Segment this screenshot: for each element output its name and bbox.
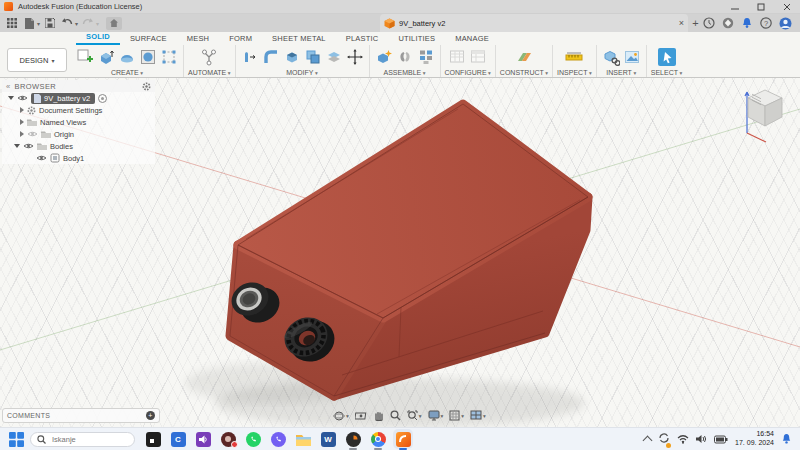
combine-button[interactable]: [303, 47, 323, 67]
orbit-caret-icon[interactable]: ▾: [346, 413, 349, 419]
group-assemble-label[interactable]: ASSEMBLE: [384, 69, 426, 76]
tray-overflow-chevron-icon[interactable]: [643, 436, 653, 446]
workspace-selector[interactable]: DESIGN: [7, 48, 67, 72]
tab-utilities[interactable]: UTILITIES: [388, 32, 445, 45]
split-body-button[interactable]: [324, 47, 344, 67]
select-button[interactable]: [655, 47, 679, 67]
app-mail-badge-icon[interactable]: [220, 431, 236, 447]
view-cube[interactable]: [745, 90, 782, 142]
tree-row-document-settings[interactable]: Document Settings: [2, 104, 155, 116]
create-sketch-button[interactable]: [75, 47, 95, 67]
add-comment-icon[interactable]: +: [146, 411, 155, 420]
group-construct-label[interactable]: CONSTRUCT: [500, 69, 548, 76]
bodies-visibility-eye-icon[interactable]: [23, 142, 34, 150]
automate-button[interactable]: [197, 47, 221, 67]
wifi-icon[interactable]: [677, 434, 689, 444]
file-menu-caret-icon[interactable]: ▾: [37, 20, 40, 27]
notifications-bell-icon[interactable]: [781, 433, 792, 445]
redo-button[interactable]: [81, 16, 95, 30]
orbit-tool[interactable]: ▾: [333, 410, 349, 422]
start-button[interactable]: [9, 432, 24, 447]
origin-caret-icon[interactable]: [20, 131, 24, 137]
document-tab[interactable]: 9V_battery v2 ×: [380, 14, 688, 32]
group-select-label[interactable]: SELECT: [651, 69, 683, 76]
battery-icon[interactable]: [714, 435, 728, 444]
fusion-taskbar-icon[interactable]: [395, 431, 411, 447]
root-visibility-eye-icon[interactable]: [17, 94, 28, 102]
search-input[interactable]: [50, 434, 124, 445]
browser-settings-gear-icon[interactable]: [142, 82, 151, 91]
viewport-3d[interactable]: « BROWSER 9V_battery v2 Document Setting…: [0, 78, 800, 427]
construct-plane-button[interactable]: [512, 47, 536, 67]
root-expand-caret-icon[interactable]: [8, 96, 14, 100]
group-inspect-label[interactable]: INSPECT: [557, 69, 592, 76]
taskbar-search[interactable]: [30, 432, 135, 447]
minimize-button[interactable]: [722, 0, 748, 13]
look-at-tool[interactable]: [355, 411, 367, 421]
body1-visibility-eye-icon[interactable]: [36, 154, 47, 162]
move-copy-button[interactable]: [345, 47, 365, 67]
tab-form[interactable]: FORM: [219, 32, 262, 45]
new-component-button[interactable]: [374, 47, 394, 67]
activate-component-radio[interactable]: [98, 94, 107, 103]
display-settings-tool[interactable]: ▾: [428, 410, 444, 421]
undo-button[interactable]: [60, 16, 74, 30]
bodies-expand-caret-icon[interactable]: [14, 144, 20, 148]
job-status-icon[interactable]: [703, 17, 715, 29]
viewports-caret-icon[interactable]: ▾: [483, 413, 486, 419]
grid-caret-icon[interactable]: ▾: [461, 413, 464, 419]
group-configure-label[interactable]: CONFIGURE: [445, 69, 491, 76]
tab-surface[interactable]: SURFACE: [120, 32, 177, 45]
file-explorer-icon[interactable]: [295, 431, 311, 447]
zoom-tool[interactable]: [390, 410, 401, 421]
app-blue-c-icon[interactable]: C: [170, 431, 186, 447]
chrome-icon[interactable]: [370, 431, 386, 447]
measure-button[interactable]: [562, 47, 586, 67]
app-dark-orange-icon[interactable]: [345, 431, 361, 447]
extensions-icon[interactable]: [722, 17, 734, 29]
tab-mesh[interactable]: MESH: [177, 32, 219, 45]
extrude-button[interactable]: [96, 47, 116, 67]
fit-caret-icon[interactable]: ▾: [419, 413, 422, 419]
sketch-pattern-button[interactable]: [159, 47, 179, 67]
volume-icon[interactable]: [696, 434, 707, 444]
sync-update-icon[interactable]: [658, 430, 670, 448]
tree-row-bodies[interactable]: Bodies: [2, 140, 155, 152]
app-darkmode-icon[interactable]: [145, 431, 161, 447]
save-button[interactable]: [43, 16, 57, 30]
press-pull-button[interactable]: [240, 47, 260, 67]
tree-row-root[interactable]: 9V_battery v2: [2, 92, 155, 104]
tab-manage[interactable]: MANAGE: [445, 32, 499, 45]
loft-button[interactable]: [138, 47, 158, 67]
group-automate-label[interactable]: AUTOMATE: [188, 69, 231, 76]
origin-visibility-eye-icon[interactable]: [27, 130, 38, 138]
model-body1[interactable]: [230, 104, 588, 396]
document-settings-caret-icon[interactable]: [20, 107, 24, 113]
fit-tool[interactable]: ▾: [407, 410, 422, 421]
tree-row-origin[interactable]: Origin: [2, 128, 155, 140]
maximize-button[interactable]: [748, 0, 774, 13]
profile-avatar[interactable]: [779, 17, 792, 30]
tree-row-body1[interactable]: Body1: [2, 152, 155, 164]
file-home-icon[interactable]: [106, 17, 122, 30]
notification-bell-icon[interactable]: [741, 17, 753, 29]
undo-caret-icon[interactable]: ▾: [75, 20, 78, 27]
new-tab-button[interactable]: +: [688, 15, 703, 31]
tab-solid[interactable]: SOLID: [76, 30, 120, 45]
named-views-caret-icon[interactable]: [20, 119, 24, 125]
tab-sheet-metal[interactable]: SHEET METAL: [262, 32, 336, 45]
app-audio-speaker-icon[interactable]: [195, 431, 211, 447]
close-button[interactable]: [774, 0, 800, 13]
grid-snaps-tool[interactable]: ▾: [449, 410, 464, 421]
group-modify-label[interactable]: MODIFY: [286, 69, 318, 76]
viber-icon[interactable]: [270, 431, 286, 447]
viewports-tool[interactable]: ▾: [470, 410, 486, 421]
browser-collapse-icon[interactable]: «: [6, 82, 11, 91]
data-panel-toggle-icon[interactable]: [5, 16, 19, 30]
insert-derive-button[interactable]: [601, 47, 621, 67]
active-component-chip[interactable]: 9V_battery v2: [31, 93, 95, 104]
pan-tool[interactable]: [373, 410, 384, 421]
comments-bar[interactable]: COMMENTS +: [2, 408, 160, 423]
tab-plastic[interactable]: PLASTIC: [336, 32, 389, 45]
rigid-group-button[interactable]: [416, 47, 436, 67]
